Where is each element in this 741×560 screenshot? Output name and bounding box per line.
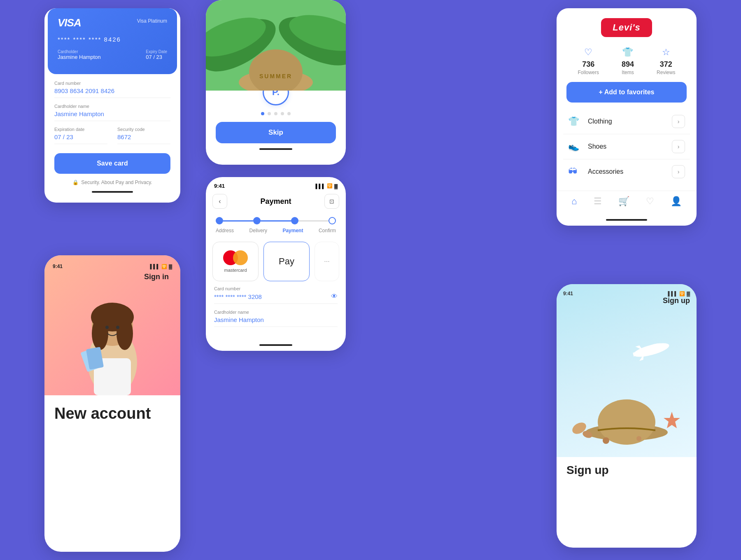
svg-point-29 bbox=[636, 436, 641, 441]
visa-logo: VISA bbox=[58, 16, 81, 29]
time-display: 9:41 bbox=[53, 264, 63, 269]
signup-panel: 9:41 ▌▌▌ 🛜 ▓ Sign up bbox=[557, 284, 697, 548]
payment-title: Payment bbox=[260, 197, 291, 206]
wifi-icon: 🛜 bbox=[161, 264, 167, 269]
pagination-dots bbox=[261, 112, 291, 115]
battery-icon: ▓ bbox=[169, 264, 172, 269]
applepay-option[interactable]: Pay bbox=[263, 242, 310, 281]
clothing-arrow[interactable]: › bbox=[672, 115, 685, 128]
cardholder-value: Jasmine Hampton bbox=[58, 54, 101, 60]
levis-stats: ♡ 736 Followers 👕 894 Items ☆ 372 Review… bbox=[557, 44, 697, 82]
tshirt-icon: 👕 bbox=[622, 47, 633, 58]
cardholder-field-value[interactable]: Jasmine Hampton bbox=[214, 316, 338, 327]
step-confirm-label: Confirm bbox=[319, 228, 336, 233]
nav-cart-icon[interactable]: 🛒 bbox=[618, 196, 629, 207]
payment-header: ‹ Payment ⊡ bbox=[206, 192, 346, 214]
skip-button[interactable]: Skip bbox=[216, 122, 336, 143]
new-account-heading: New account bbox=[54, 405, 170, 422]
nav-profile-icon[interactable]: 👤 bbox=[671, 196, 682, 207]
nav-list-icon[interactable]: ☰ bbox=[594, 196, 602, 207]
security-note: 🔒 Security. About Pay and Privacy. bbox=[44, 180, 180, 185]
step-line-2 bbox=[261, 220, 291, 222]
cardholder-name-value[interactable]: Jasmine Hampton bbox=[54, 110, 170, 121]
battery-icon: ▓ bbox=[334, 184, 338, 189]
levis-header: Levi's bbox=[557, 8, 697, 44]
status-bar: 9:41 ▌▌▌ 🛜 ▓ bbox=[53, 264, 172, 269]
step-payment-dot bbox=[291, 217, 298, 224]
expiration-value[interactable]: 07 / 23 bbox=[54, 133, 107, 144]
tropical-leaves-svg: SUMMER bbox=[206, 0, 346, 91]
category-accessories[interactable]: 🕶 Accessories › bbox=[563, 159, 690, 184]
category-list: 👕 Clothing › 👟 Shoes › 🕶 Accessories › bbox=[557, 109, 697, 191]
svg-point-15 bbox=[116, 326, 119, 329]
svg-point-11 bbox=[92, 317, 108, 350]
clothing-name: Clothing bbox=[588, 118, 665, 125]
nav-heart-icon[interactable]: ♡ bbox=[646, 196, 654, 207]
signup-image-area: 9:41 ▌▌▌ 🛜 ▓ Sign up bbox=[557, 284, 697, 457]
scan-button[interactable]: ⊡ bbox=[324, 194, 339, 209]
step-line-3 bbox=[298, 220, 329, 222]
eye-icon[interactable]: 👁 bbox=[331, 293, 338, 300]
add-to-favorites-button[interactable]: + Add to favorites bbox=[566, 82, 687, 103]
category-shoes[interactable]: 👟 Shoes › bbox=[563, 134, 690, 159]
other-method[interactable]: ··· bbox=[315, 242, 339, 281]
dot-5 bbox=[287, 112, 291, 115]
dot-4 bbox=[281, 112, 284, 115]
heart-icon: ♡ bbox=[584, 47, 592, 58]
card-number-field-label: Card number bbox=[214, 286, 338, 291]
status-icons: ▌▌▌ 🛜 ▓ bbox=[150, 264, 172, 269]
accessories-name: Accessories bbox=[588, 168, 665, 175]
reviews-label: Reviews bbox=[657, 70, 675, 75]
card-number-field-value[interactable]: **** **** **** 3208 👁 bbox=[214, 293, 338, 304]
onboarding-bottom: P. Skip bbox=[206, 91, 346, 158]
wifi-icon: 🛜 bbox=[327, 183, 333, 189]
step-line-1 bbox=[223, 220, 253, 222]
signup-status-bar: 9:41 ▌▌▌ 🛜 ▓ bbox=[563, 291, 690, 296]
step-payment-label: Payment bbox=[282, 228, 303, 233]
back-button[interactable]: ‹ bbox=[212, 194, 227, 209]
cardholder-label: Cardholder bbox=[58, 49, 101, 54]
steps-labels: Address Delivery Payment Confirm bbox=[216, 228, 336, 233]
payment-card-form: Card number **** **** **** 3208 👁 Cardho… bbox=[206, 286, 346, 339]
visa-number-masked: **** **** **** 8426 bbox=[58, 36, 167, 43]
payment-panel: 9:41 ▌▌▌ 🛜 ▓ ‹ Payment ⊡ Address Deliver… bbox=[206, 177, 346, 351]
security-value[interactable]: 8672 bbox=[117, 133, 170, 144]
home-indicator bbox=[259, 344, 292, 346]
reviews-stat: ☆ 372 Reviews bbox=[657, 47, 675, 75]
step-address-dot bbox=[216, 217, 223, 224]
items-stat: 👕 894 Items bbox=[622, 47, 634, 75]
dot-1 bbox=[261, 112, 264, 115]
nav-home-icon[interactable]: ⌂ bbox=[571, 196, 577, 207]
shoes-arrow[interactable]: › bbox=[672, 140, 685, 153]
expiration-label: Expiration date bbox=[54, 127, 107, 132]
wifi-icon: 🛜 bbox=[679, 291, 685, 296]
cardholder-field-label: Cardholder name bbox=[214, 310, 338, 315]
step-delivery-dot bbox=[253, 217, 261, 224]
payment-status-icons: ▌▌▌ 🛜 ▓ bbox=[316, 183, 338, 189]
mastercard-option[interactable]: mastercard bbox=[212, 242, 259, 281]
shoes-name: Shoes bbox=[588, 143, 665, 150]
mastercard-label: mastercard bbox=[224, 268, 247, 273]
step-confirm-dot bbox=[329, 217, 336, 224]
levis-logo: Levi's bbox=[601, 18, 652, 37]
signup-label[interactable]: Sign up bbox=[663, 296, 690, 305]
step-address-label: Address bbox=[216, 228, 234, 233]
save-card-button[interactable]: Save card bbox=[54, 153, 170, 174]
accessories-arrow[interactable]: › bbox=[672, 165, 685, 178]
payment-methods: mastercard Pay ··· bbox=[206, 235, 346, 286]
visa-type: Visa Platinum bbox=[137, 18, 167, 24]
shoes-icon: 👟 bbox=[568, 141, 581, 152]
mc-circle-orange bbox=[233, 250, 248, 265]
category-clothing[interactable]: 👕 Clothing › bbox=[563, 109, 690, 134]
signin-bottom: New account bbox=[44, 395, 180, 432]
clothing-icon: 👕 bbox=[568, 116, 581, 127]
dots-icon: ··· bbox=[324, 258, 329, 265]
svg-point-12 bbox=[117, 317, 133, 350]
signin-panel: 9:41 ▌▌▌ 🛜 ▓ Sign in bbox=[44, 255, 180, 552]
card-number-value[interactable]: 8903 8634 2091 8426 bbox=[54, 87, 170, 98]
signup-status-icons: ▌▌▌ 🛜 ▓ bbox=[668, 291, 690, 296]
star-icon: ☆ bbox=[662, 47, 670, 58]
signup-bottom: Sign up bbox=[557, 457, 697, 483]
reviews-count: 372 bbox=[660, 60, 672, 69]
followers-stat: ♡ 736 Followers bbox=[578, 47, 599, 75]
